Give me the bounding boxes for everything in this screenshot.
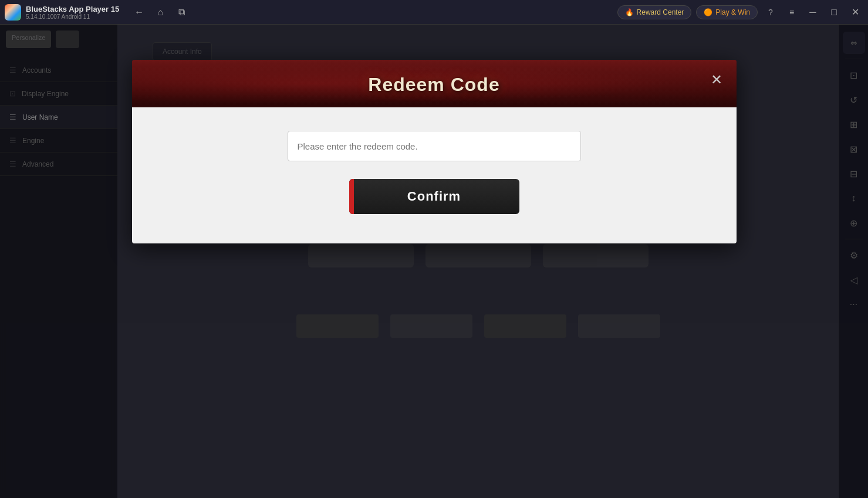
title-actions: 🔥 Reward Center 🟠 Play & Win ? ≡ ─ □ ✕	[617, 4, 863, 21]
main-area: Personalize ☰ Accounts ⊡ Display Engine …	[0, 25, 868, 498]
play-win-label: Play & Win	[715, 8, 750, 16]
redeem-dialog: Redeem Code ✕ Confirm	[132, 60, 737, 243]
help-button[interactable]: ?	[762, 4, 779, 21]
reward-center-icon: 🔥	[625, 8, 634, 16]
menu-button[interactable]: ≡	[783, 4, 800, 21]
play-win-button[interactable]: 🟠 Play & Win	[696, 5, 758, 19]
redeem-code-input[interactable]	[288, 131, 581, 161]
dialog-body: Confirm	[132, 107, 737, 243]
app-logo	[5, 4, 21, 21]
titlebar-close-button[interactable]: ✕	[847, 4, 863, 21]
minimize-button[interactable]: ─	[805, 4, 821, 21]
maximize-button[interactable]: □	[826, 4, 842, 21]
title-bar: BlueStacks App Player 15 5.14.10.1007 An…	[0, 0, 868, 25]
app-info: BlueStacks App Player 15 5.14.10.1007 An…	[26, 5, 119, 20]
dialog-header: Redeem Code ✕	[132, 60, 737, 107]
play-win-icon: 🟠	[704, 8, 712, 16]
nav-buttons: ← ⌂ ⧉	[131, 4, 190, 21]
modal-backdrop: Redeem Code ✕ Confirm	[0, 25, 868, 498]
home-button[interactable]: ⌂	[152, 4, 168, 21]
dialog-close-button[interactable]: ✕	[706, 69, 727, 90]
confirm-label: Confirm	[407, 189, 461, 204]
dialog-title: Redeem Code	[368, 74, 499, 96]
back-button[interactable]: ←	[131, 4, 147, 21]
reward-center-button[interactable]: 🔥 Reward Center	[617, 5, 692, 19]
app-version: 5.14.10.1007 Android 11	[26, 13, 119, 20]
reward-center-label: Reward Center	[637, 8, 684, 16]
multiwindow-button[interactable]: ⧉	[173, 4, 190, 21]
app-name: BlueStacks App Player 15	[26, 5, 119, 13]
confirm-button[interactable]: Confirm	[349, 179, 519, 214]
